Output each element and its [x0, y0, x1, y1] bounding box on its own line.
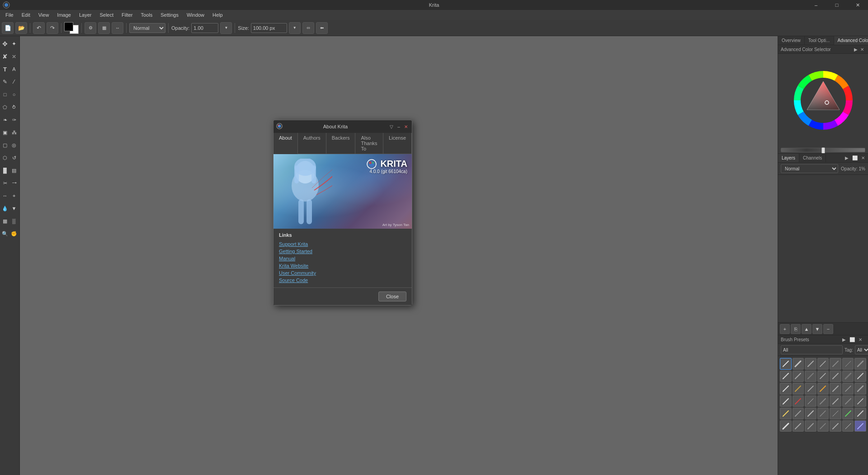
tool-pattern[interactable]: ▒ [10, 215, 18, 227]
blend-mode-select[interactable]: Normal [129, 23, 165, 33]
dialog-collapse-button[interactable]: ▽ [388, 123, 395, 130]
tool-polygon-select[interactable]: ⬡ [1, 152, 9, 164]
link-user-community[interactable]: User Community [279, 269, 406, 277]
tool-select1[interactable]: ✘ [1, 51, 9, 62]
brush-item-20[interactable] [842, 383, 854, 395]
menu-edit[interactable]: Edit [18, 11, 34, 19]
brush-item-42[interactable] [854, 420, 866, 432]
size-input[interactable] [251, 23, 287, 33]
layers-blend-mode-select[interactable]: Normal [781, 164, 838, 173]
tool-calligraphy1[interactable]: ❧ [1, 114, 9, 126]
tool-gradient[interactable]: ▦ [1, 215, 9, 227]
menu-image[interactable]: Image [53, 11, 75, 19]
brush-item-41[interactable] [842, 420, 854, 432]
brush-item-5[interactable] [830, 358, 841, 370]
layers-down-button[interactable]: ▼ [812, 324, 822, 334]
layers-delete-button[interactable]: − [823, 324, 833, 334]
brush-item-13[interactable] [842, 371, 854, 382]
tool-contiguous-select[interactable]: █ [1, 165, 9, 176]
layers-up-button[interactable]: ▲ [802, 324, 811, 334]
tool-fill[interactable]: ▼ [10, 202, 18, 214]
brush-item-24[interactable] [805, 395, 816, 407]
tool-reference[interactable]: ⌖ [10, 190, 18, 202]
link-manual[interactable]: Manual [279, 255, 406, 262]
tool-rect[interactable]: □ [1, 89, 9, 100]
brush-item-18[interactable] [817, 383, 829, 395]
brush-item-15[interactable] [780, 383, 792, 395]
brush-item-36[interactable] [780, 420, 792, 432]
mirror-button[interactable]: ↔ [112, 22, 123, 34]
brush-item-25[interactable] [817, 395, 829, 407]
menu-help[interactable]: Help [209, 11, 226, 19]
size-expand-button[interactable]: ▼ [289, 22, 301, 34]
tool-pan[interactable]: ✊ [10, 228, 18, 240]
brush-item-22[interactable] [780, 395, 792, 407]
minimize-button[interactable]: – [806, 0, 826, 10]
open-file-button[interactable]: 📂 [15, 22, 27, 34]
color-panel-close-button[interactable]: ✕ [859, 46, 865, 52]
tool-text[interactable]: T [1, 63, 9, 75]
brush-item-31[interactable] [805, 408, 816, 419]
tool-polyline[interactable]: ⥁ [10, 101, 18, 113]
menu-file[interactable]: File [2, 11, 17, 19]
color-panel-expand-button[interactable]: ▶ [853, 46, 859, 52]
color-slider-1[interactable] [781, 148, 865, 152]
menu-select[interactable]: Select [96, 11, 117, 19]
color-wheel-container[interactable] [785, 54, 862, 147]
brush-item-10[interactable] [805, 371, 816, 382]
brush-item-35[interactable] [854, 408, 866, 419]
canvas-area[interactable]: About Krita ▽ – ✕ About Authors Backers … [20, 36, 778, 475]
tool-line[interactable]: ∕ [10, 76, 18, 88]
mirror-v-button[interactable]: ⬅ [316, 22, 328, 34]
layers-panel-float-btn[interactable]: ⬜ [852, 155, 858, 161]
menu-tools[interactable]: Tools [137, 11, 156, 19]
brush-item-4[interactable] [817, 358, 829, 370]
link-krita-website[interactable]: Krita Website [279, 262, 406, 269]
layers-add-button[interactable]: + [780, 324, 790, 334]
dialog-close-button-footer[interactable]: Close [378, 292, 406, 301]
brush-item-8[interactable] [780, 371, 792, 382]
layers-panel-close-btn[interactable]: ✕ [860, 155, 866, 161]
tab-tool-options[interactable]: Tool Opti... [805, 36, 834, 45]
maximize-button[interactable]: □ [826, 0, 847, 10]
brush-item-3[interactable] [805, 358, 816, 370]
foreground-color-swatch[interactable] [64, 22, 73, 31]
brush-item-39[interactable] [817, 420, 829, 432]
tool-preset-button[interactable]: ▦ [98, 22, 110, 34]
brush-item-1[interactable] [780, 358, 792, 370]
tab-layers[interactable]: Layers [778, 154, 799, 162]
tool-smart-patch[interactable]: ▣ [1, 127, 9, 138]
brush-item-16[interactable] [793, 383, 804, 395]
layers-panel-expand-btn[interactable]: ▶ [844, 155, 850, 161]
dialog-tab-also-thanks[interactable]: Also Thanks To [355, 133, 383, 154]
brush-item-29[interactable] [780, 408, 792, 419]
tool-move-selection[interactable]: ⭢ [10, 177, 18, 189]
brush-panel-close-btn[interactable]: ✕ [857, 336, 863, 343]
tool-freehand-brush[interactable]: ✎ [1, 76, 9, 88]
tool-freehand-select[interactable]: ↺ [10, 152, 18, 164]
tool-paint-text[interactable]: A [10, 63, 18, 75]
menu-layer[interactable]: Layer [75, 11, 95, 19]
tool-transform2[interactable]: ✦ [10, 38, 18, 50]
dialog-close-button[interactable]: ✕ [403, 123, 409, 130]
tool-ellipse[interactable]: ○ [10, 89, 18, 100]
brush-settings-button[interactable]: ⚙ [85, 22, 96, 34]
link-source-code[interactable]: Source Code [279, 277, 406, 284]
redo-button[interactable]: ↷ [47, 22, 58, 34]
mirror-h-button[interactable]: ⬄ [302, 22, 314, 34]
brush-item-14[interactable] [854, 371, 866, 382]
tool-rect-select[interactable]: ▢ [1, 139, 9, 151]
brush-item-9[interactable] [793, 371, 804, 382]
brush-item-17[interactable] [805, 383, 816, 395]
brush-item-19[interactable] [830, 383, 841, 395]
menu-filter[interactable]: Filter [118, 11, 136, 19]
brush-item-11[interactable] [817, 371, 829, 382]
brush-item-40[interactable] [830, 420, 841, 432]
dialog-minimize-button[interactable]: – [396, 123, 402, 130]
color-wheel[interactable] [789, 66, 857, 134]
link-getting-started[interactable]: Getting Started [279, 248, 406, 255]
tool-similar-select[interactable]: ▤ [10, 165, 18, 176]
tool-crop[interactable]: ✂ [1, 177, 9, 189]
dialog-tab-license[interactable]: License [383, 133, 412, 154]
brush-item-38[interactable] [805, 420, 816, 432]
